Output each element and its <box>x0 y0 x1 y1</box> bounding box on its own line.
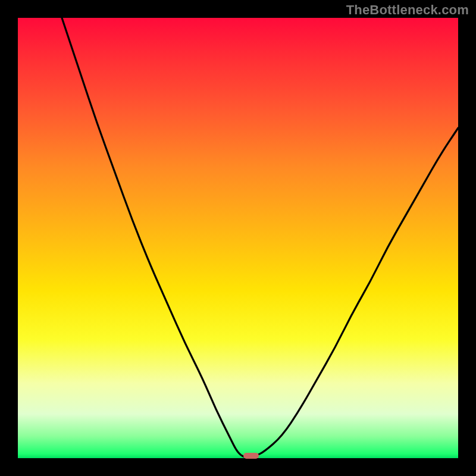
attribution-label: TheBottleneck.com <box>346 2 469 18</box>
curve-path <box>62 18 458 458</box>
bottleneck-curve <box>18 18 458 458</box>
minimum-marker <box>243 453 259 459</box>
plot-area <box>18 18 458 458</box>
chart-frame: TheBottleneck.com <box>0 0 476 476</box>
